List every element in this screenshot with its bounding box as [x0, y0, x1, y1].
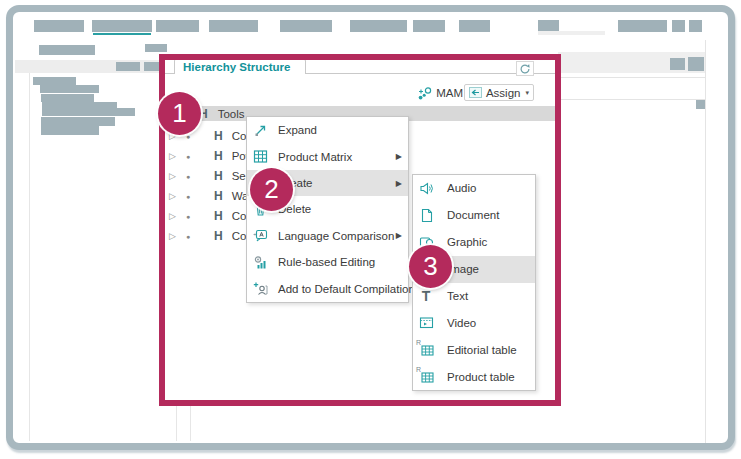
redacted-button	[688, 57, 704, 71]
document-icon	[418, 207, 434, 223]
assign-dropdown-caret[interactable]: ▾	[525, 89, 529, 97]
hierarchy-node-icon: H	[214, 230, 223, 242]
expander-icon[interactable]: ▷	[169, 231, 181, 241]
divider	[176, 406, 177, 441]
hierarchy-node-icon: H	[214, 210, 223, 222]
audio-icon	[418, 180, 434, 196]
submenu-arrow-icon: ▶	[396, 231, 402, 240]
expander-icon[interactable]: ▷	[169, 151, 181, 161]
bullet-icon: ●	[186, 193, 198, 200]
menu-item-rule-based-editing[interactable]: Rule-based Editing	[247, 249, 408, 275]
divider	[29, 73, 30, 441]
tree-root-label: Tools	[218, 108, 245, 120]
redacted-menu-item	[34, 20, 84, 32]
hierarchy-node-icon: H	[214, 170, 223, 182]
add-to-default-compilation-icon	[252, 281, 268, 297]
mam-button[interactable]: MAM	[418, 85, 463, 101]
editorial-table-icon: R	[418, 342, 434, 358]
text-icon: T	[418, 288, 434, 304]
submenu-item-video[interactable]: Video	[413, 309, 535, 336]
redacted-tree-item	[42, 102, 117, 116]
redacted-tree-item	[40, 85, 99, 93]
redacted-block	[145, 44, 167, 52]
divider	[558, 77, 705, 78]
redacted-menu-item	[459, 20, 490, 32]
redacted-button	[670, 58, 685, 70]
bullet-icon: ●	[186, 233, 198, 240]
redacted-menu-item	[350, 20, 407, 32]
redacted-tree-item	[33, 77, 76, 85]
step-circle-1: 1	[158, 92, 201, 135]
redacted-menu-item	[618, 20, 667, 32]
redacted-search-field	[538, 31, 605, 35]
redacted-menu-item	[280, 20, 332, 32]
bullet-icon: ●	[186, 213, 198, 220]
product-matrix-icon	[252, 149, 268, 165]
menu-item-product-matrix[interactable]: Product Matrix ▶	[247, 143, 408, 169]
video-icon	[418, 315, 434, 331]
bullet-icon: ●	[186, 153, 198, 160]
redacted-tree-item	[41, 94, 94, 102]
menu-item-expand[interactable]: Expand	[247, 117, 408, 143]
redacted-menu-item	[413, 20, 445, 32]
assign-label: Assign	[486, 87, 521, 99]
divider	[190, 406, 191, 441]
redacted-toolbar-button	[689, 20, 702, 32]
bullet-icon: ●	[186, 173, 198, 180]
mam-icon	[418, 87, 432, 100]
assign-button[interactable]: Assign ▾	[464, 84, 534, 101]
divider	[705, 40, 706, 443]
refresh-icon	[519, 63, 531, 75]
submenu-item-document[interactable]: Document	[413, 202, 535, 229]
submenu-item-product-table[interactable]: R Product table	[413, 363, 535, 390]
active-menu-underline	[93, 33, 151, 35]
redacted-menu-item	[209, 20, 258, 32]
divider	[558, 99, 705, 100]
hierarchy-node-icon: H	[214, 190, 223, 202]
menu-item-add-to-default-compilation[interactable]: Add to Default Compilation	[247, 276, 408, 302]
redacted-button	[696, 100, 705, 109]
panel-toolbar: MAM Assign ▾	[165, 84, 555, 102]
mam-label: MAM	[436, 87, 463, 99]
hierarchy-node-icon: H	[214, 130, 223, 142]
redacted-toolbar-button	[672, 20, 685, 32]
bullet-icon: ●	[186, 133, 198, 140]
redacted-panel-header	[15, 60, 163, 73]
hierarchy-node-icon: H	[214, 150, 223, 162]
redacted-tree-item	[99, 117, 115, 126]
submenu-arrow-icon: ▶	[396, 179, 402, 188]
expander-icon[interactable]: ▷	[169, 171, 181, 181]
step-circle-3: 3	[409, 245, 452, 288]
language-comparison-icon	[252, 228, 268, 244]
redacted-menu-item-active	[92, 20, 152, 32]
menu-item-language-comparison[interactable]: Language Comparison ▶	[247, 223, 408, 249]
expander-icon[interactable]: ▷	[169, 211, 181, 221]
redacted-tree-item	[41, 117, 99, 135]
application-window: Hierarchy Structure MAM	[0, 0, 741, 459]
redacted-button	[144, 62, 162, 71]
redacted-menu-item	[156, 20, 199, 32]
rule-based-editing-icon	[252, 254, 268, 270]
expander-icon[interactable]: ▷	[169, 191, 181, 201]
submenu-arrow-icon: ▶	[396, 152, 402, 161]
step-circle-2: 2	[250, 168, 293, 211]
tab-title: Hierarchy Structure	[183, 61, 290, 73]
redacted-button	[116, 62, 140, 71]
redacted-tab	[39, 45, 95, 55]
product-table-icon: R	[418, 369, 434, 385]
assign-arrow-icon	[469, 87, 482, 98]
refresh-button[interactable]	[516, 61, 534, 76]
redacted-tree-item	[117, 108, 135, 116]
expand-icon	[252, 122, 268, 138]
submenu-item-audio[interactable]: Audio	[413, 175, 535, 202]
submenu-item-editorial-table[interactable]: R Editorial table	[413, 336, 535, 363]
tab-hierarchy-structure[interactable]: Hierarchy Structure	[174, 59, 306, 74]
